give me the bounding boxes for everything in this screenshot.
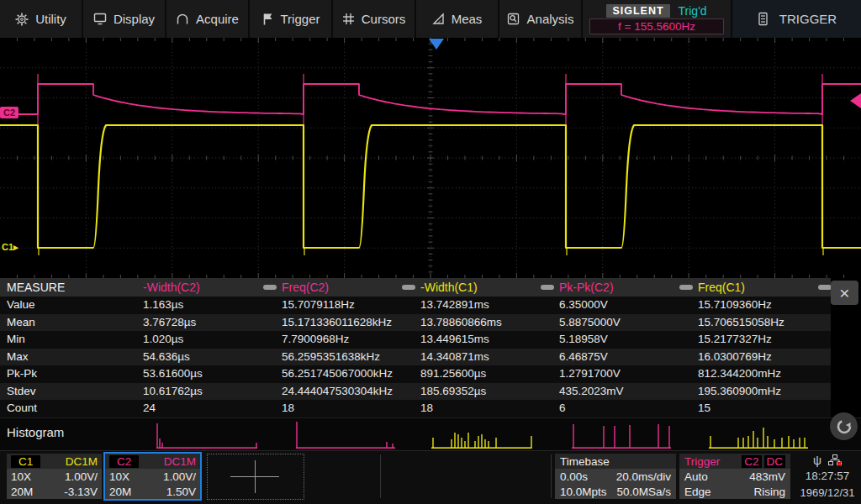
remove-measure-button[interactable] [541,285,554,290]
menu-item-cursors[interactable]: Cursors [333,0,416,38]
histogram-bar [710,436,710,449]
c2-offset-marker[interactable]: C2 [0,107,18,118]
histogram-bar [763,428,763,449]
histogram-bar [793,439,794,449]
coupling-label: DC1M [164,455,196,468]
timebase-title: Timebase [560,455,610,468]
histogram-plot [0,418,861,450]
usb-icon: ψ [813,454,821,467]
menu-item-utility[interactable]: Utility [0,0,83,38]
menu-item-label: Meas [452,12,483,26]
brand-logo: SIGLENT [606,4,669,18]
menu-item-meas[interactable]: Meas [416,0,499,38]
trigger-box[interactable]: Trigger C2 DC Auto 483mV Edge Rising [679,454,790,499]
trigger-coupling-chip: DC [764,455,786,468]
channel-box-c1[interactable]: C1 DC1M 10X 1.00V/ 20M -3.13V [7,454,102,499]
trigger-position-marker[interactable] [429,39,444,50]
histogram-bar [804,438,805,449]
measure-row: Stdev10.61762µs24.444047530304kHz185.693… [0,383,831,401]
menu-item-display[interactable]: Display [83,0,166,38]
remove-measure-button[interactable] [263,285,277,290]
measure-cell: 24 [136,400,275,417]
measure-cell: 15.2177327Hz [691,331,830,349]
measure-cell: 24.444047530304kHz [275,383,414,401]
measure-column-header[interactable]: Freq(C1) [698,278,745,297]
close-measure-button[interactable]: × [831,281,858,305]
channel-box-c2[interactable]: C2 DC1M 10X 1.00V/ 20M 1.50V [105,454,200,499]
gear-icon [15,13,29,26]
measure-row: Min1.020µs7.7900968Hz13.449615ms5.18958V… [0,331,831,349]
histogram-bar [629,425,630,449]
histogram-bar [386,442,387,449]
histogram-bar [573,424,573,449]
menu-item-acquire[interactable]: Acquire [166,0,250,38]
timebase-box[interactable]: Timebase 0.00s 20.0ms/div 10.0Mpts 50.0M… [555,454,676,499]
volts-per-div: 1.00V/ [65,470,98,483]
histogram-bar [614,426,615,449]
attenuation-label: 10X [109,470,129,483]
histogram-bar [495,438,496,449]
bandwidth-label: 20M [11,486,33,498]
measure-row-label: Max [0,349,136,366]
add-channel-slot[interactable] [207,454,304,500]
measure-cell: 15 [691,400,830,417]
measure-cell: 5.18958V [552,331,691,349]
histogram-bar [742,438,743,449]
flag-icon [261,13,274,25]
waveform-display[interactable] [0,38,861,278]
menu-item-label: Utility [35,12,66,26]
measure-cell: 18 [414,400,552,417]
trigger-level-marker[interactable] [850,93,861,108]
measure-row: Value1.163µs15.7079118Hz13.742891ms6.350… [0,297,831,314]
measure-cell: 53.61600µs [136,365,275,383]
measure-column-header[interactable]: -Width(C2) [143,278,200,297]
measure-cell: 14.340871ms [414,349,552,366]
histogram-bar [484,439,485,449]
analysis-icon [507,13,520,25]
trigger-type: Edge [684,486,711,498]
lan-disconnected-icon [828,454,842,466]
measure-cell: 812.344200mHz [691,365,830,383]
remove-measure-button[interactable] [679,285,693,290]
measure-cell: 56.251745067000kHz [275,365,414,383]
menu-item-label: Cursors [362,12,406,26]
measure-column-header[interactable]: Pk-Pk(C2) [559,278,614,297]
timebase-delay: 0.00s [560,470,588,483]
measure-column-header[interactable]: Freq(C2) [282,278,329,297]
c1-offset-marker[interactable]: C1▸ [2,242,18,253]
measure-cell: 435.2023mV [552,383,691,401]
measure-row: Mean3.76728µs15.171336011628kHz13.788608… [0,314,831,332]
bottom-status-bar: C1 DC1M 10X 1.00V/ 20M -3.13V C2 DC1M 10… [0,450,861,504]
remove-measure-button[interactable] [818,285,832,290]
measure-icon [432,13,445,25]
histogram-bar [161,443,162,449]
trigger-slope: Rising [753,486,785,498]
trigger-source-chip: C2 [742,455,761,468]
offset-value: -3.13V [64,486,98,498]
reset-statistics-button[interactable] [830,412,858,440]
menu-item-trigger[interactable]: Trigger [250,0,333,38]
measure-cell: 195.360900mHz [691,383,830,401]
histogram-bar [799,438,800,449]
measure-cell: 1.020µs [136,331,275,349]
histogram-bar [488,441,489,449]
measure-column-header[interactable]: -Width(C1) [420,278,478,297]
trigger-menu-button[interactable]: TRIGGER [732,0,861,38]
measure-row: Max54.636µs56.2595351638kHz14.340871ms6.… [0,349,831,366]
measure-cell: 6 [552,400,691,417]
measure-row: Count241818615 [0,400,831,417]
remove-measure-button[interactable] [402,285,415,290]
menu-bar: Utility Display Acquire Trigger [0,0,861,38]
channel-badge: C1 [11,455,40,468]
measure-cell: 5.8875000V [552,314,691,332]
measure-cell: 54.636µs [136,349,275,366]
menu-item-analysis[interactable]: Analysis [499,0,583,38]
memory-depth: 10.0Mpts [560,486,607,498]
measure-cell: 6.46875V [552,349,691,366]
measure-row-label: Mean [0,314,136,332]
channel-badge: C2 [109,455,139,468]
divider [551,454,552,498]
clock-area: ψ 18:27:57 1969/12/31 [794,453,861,501]
measure-row-label: Count [0,400,136,417]
measure-cell: 6.35000V [552,297,691,314]
